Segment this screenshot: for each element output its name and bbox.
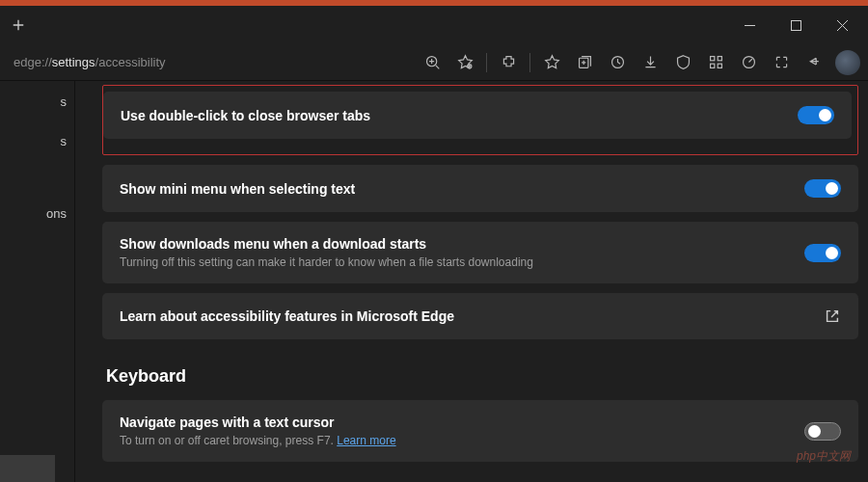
toggle-mini-menu[interactable] — [804, 179, 841, 198]
separator — [529, 53, 530, 72]
svg-rect-5 — [710, 57, 714, 61]
downloads-icon[interactable] — [635, 47, 665, 78]
sidebar-item[interactable]: s — [0, 89, 74, 115]
toolbar-right — [417, 47, 860, 78]
url-prefix: edge:// — [14, 55, 52, 69]
history-icon[interactable] — [602, 47, 633, 78]
sidebar-footer — [0, 455, 55, 482]
new-tab-button[interactable] — [4, 11, 33, 40]
highlighted-setting: Use double-click to close browser tabs — [102, 85, 858, 155]
sidebar-item[interactable]: s — [0, 128, 74, 154]
setting-description: Turning off this setting can make it har… — [120, 255, 789, 269]
svg-rect-6 — [718, 57, 721, 61]
toggle-double-click-close[interactable] — [798, 106, 834, 124]
window-controls — [727, 10, 864, 40]
url-bold: settings — [52, 55, 95, 69]
favorites-icon[interactable] — [536, 47, 567, 78]
settings-sidebar: s s ons — [0, 81, 75, 482]
address-bar: edge://settings/accessibility — [0, 44, 868, 81]
close-button[interactable] — [820, 10, 864, 40]
sidebar-item[interactable]: ons — [0, 201, 74, 227]
external-link-icon — [824, 308, 841, 325]
desc-text: To turn on or off caret browsing, press … — [120, 434, 337, 447]
setting-title: Show mini menu when selecting text — [120, 181, 789, 197]
learn-more-link[interactable]: Learn more — [337, 434, 395, 447]
separator — [486, 53, 487, 72]
tab-bar — [0, 6, 868, 44]
setting-double-click-close: Use double-click to close browser tabs — [103, 92, 852, 139]
share-icon[interactable] — [799, 47, 829, 78]
svg-rect-0 — [791, 20, 800, 30]
toggle-downloads-menu[interactable] — [804, 244, 841, 262]
setting-title: Learn about accessibility features in Mi… — [120, 308, 808, 324]
url-display[interactable]: edge://settings/accessibility — [8, 55, 201, 69]
settings-content: Use double-click to close browser tabs S… — [75, 81, 868, 482]
shield-icon[interactable] — [667, 47, 698, 78]
setting-downloads-menu: Show downloads menu when a download star… — [102, 222, 858, 283]
setting-description: To turn on or off caret browsing, press … — [120, 434, 789, 447]
toggle-caret-browsing[interactable] — [804, 422, 841, 441]
url-suffix: /accessibility — [95, 55, 166, 69]
zoom-icon[interactable] — [417, 47, 448, 78]
setting-learn-accessibility[interactable]: Learn about accessibility features in Mi… — [102, 293, 858, 339]
performance-icon[interactable] — [733, 47, 764, 78]
setting-title: Show downloads menu when a download star… — [120, 236, 789, 252]
section-heading-keyboard: Keyboard — [106, 366, 858, 387]
profile-avatar[interactable] — [835, 50, 860, 75]
collections-icon[interactable] — [569, 47, 600, 78]
screenshot-icon[interactable] — [766, 47, 797, 78]
setting-title: Use double-click to close browser tabs — [121, 108, 782, 123]
extensions-icon[interactable] — [493, 47, 524, 78]
favorite-star-icon[interactable] — [449, 47, 480, 78]
maximize-button[interactable] — [773, 10, 818, 40]
svg-rect-7 — [710, 64, 714, 67]
setting-mini-menu: Show mini menu when selecting text — [102, 165, 858, 212]
svg-rect-8 — [718, 64, 721, 67]
minimize-button[interactable] — [727, 10, 772, 40]
setting-caret-browsing: Navigate pages with a text cursor To tur… — [102, 400, 858, 462]
apps-icon[interactable] — [700, 47, 731, 78]
setting-title: Navigate pages with a text cursor — [120, 415, 789, 430]
